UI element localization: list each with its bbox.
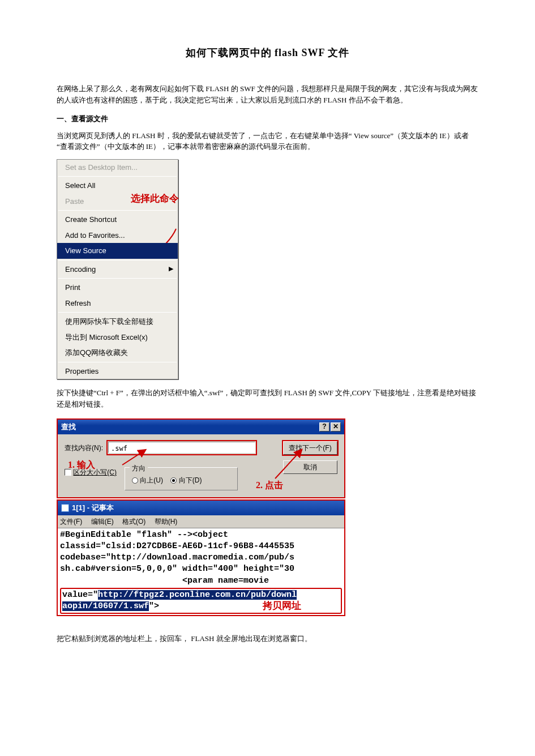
ctx-set-desktop[interactable]: Set as Desktop Item... (57, 160, 178, 176)
direction-up-radio[interactable] (132, 477, 138, 484)
code-line: classid="clsid:D27CDB6E-AE6D-11cf-96B8-4… (60, 541, 294, 551)
menu-edit[interactable]: 编辑(E) (91, 518, 114, 526)
code-line: #BeginEditable "flash" --><object (60, 530, 228, 540)
annotation-click: 2. 点击 (256, 479, 283, 492)
ctx-paste-label: Paste (65, 197, 84, 206)
ctx-paste[interactable]: Paste 选择此命令 (57, 194, 178, 210)
code-suffix: "> (149, 601, 159, 611)
separator (58, 312, 177, 313)
menu-help[interactable]: 帮助(H) (155, 518, 178, 526)
notepad-titlebar: 1[1] - 记事本 (58, 501, 344, 515)
direction-up-label: 向上(U) (140, 476, 163, 484)
ctx-encoding-label: Encoding (65, 265, 96, 274)
find-input-highlight: .swf (106, 440, 257, 456)
separator (58, 176, 177, 177)
find-label: 查找内容(N): (65, 443, 103, 453)
annotation-choose-command: 选择此命令 (131, 191, 179, 206)
ctx-add-favorites-label: Add to Favorites... (65, 231, 125, 240)
ctx-properties[interactable]: Properties (57, 364, 178, 379)
ctx-flashget-download[interactable]: 使用网际快车下载全部链接 (57, 314, 178, 330)
separator (58, 278, 177, 279)
paragraph-intro: 在网络上呆了那么久，老有网友问起如何下载 FLASH 的 SWF 文件的问题，我… (57, 83, 478, 105)
ctx-add-favorites[interactable]: Add to Favorites... (57, 228, 178, 244)
section-heading-1: 一、查看源文件 (57, 113, 478, 125)
submenu-arrow-icon: ▶ (169, 264, 173, 274)
find-dialog-title: 查找 (61, 421, 76, 433)
highlighted-url-row: value="http://ftpgz2.pconline.com.cn/pub… (60, 588, 342, 614)
menu-format[interactable]: 格式(O) (122, 518, 145, 526)
notepad-window: 1[1] - 记事本 文件(F) 编辑(E) 格式(O) 帮助(H) #Begi… (57, 499, 345, 616)
selected-url-part1: http://ftpgz2.pconline.com.cn/pub/downl (98, 590, 297, 600)
separator (58, 210, 177, 211)
notepad-menubar: 文件(F) 编辑(E) 格式(O) 帮助(H) (58, 515, 344, 528)
document-title: 如何下载网页中的 flash SWF 文件 (57, 45, 478, 61)
find-input[interactable]: .swf (108, 442, 255, 453)
separator (58, 362, 177, 362)
ctx-refresh[interactable]: Refresh (57, 296, 178, 311)
code-line: codebase="http://download.macromedia.com… (60, 553, 294, 562)
menu-file[interactable]: 文件(F) (60, 518, 82, 526)
notepad-icon (61, 504, 69, 512)
code-line: sh.cab#version=5,0,0,0" width="400" heig… (60, 564, 294, 574)
annotation-copy-url: 拷贝网址 (263, 600, 301, 613)
code-prefix: value=" (62, 590, 98, 600)
code-line: <param name=movie (60, 576, 269, 586)
direction-down-label: 向下(D) (179, 476, 202, 484)
annotation-input: 1. 输入 (68, 458, 95, 472)
paragraph-paste-url: 把它粘贴到浏览器的地址栏上，按回车， FLASH 就全屏地出现在浏览器窗口。 (57, 633, 478, 644)
help-button[interactable]: ? (319, 422, 329, 432)
selected-url-part2: aopin/10607/1.swf (62, 601, 149, 611)
context-menu: Set as Desktop Item... Select All Paste … (57, 159, 178, 380)
ctx-create-shortcut-label: Create Shortcut (65, 215, 117, 224)
ctx-export-excel[interactable]: 导出到 Microsoft Excel(x) (57, 330, 178, 345)
close-button[interactable]: ✕ (331, 422, 341, 432)
paragraph-ctrl-f: 按下快捷键“Ctrl + F”，在弹出的对话框中输入“.swf”，确定即可查找到… (57, 387, 478, 409)
direction-down-radio[interactable] (170, 477, 177, 484)
find-dialog: 查找 ? ✕ 查找内容(N): .swf 查找下一个(F) 1. 输入 (57, 418, 345, 498)
direction-groupbox: 方向 向上(U) 向下(D) (125, 467, 238, 491)
notepad-body[interactable]: #BeginEditable "flash" --><object classi… (58, 528, 344, 616)
direction-label: 方向 (130, 463, 148, 473)
ctx-add-qq-bookmark[interactable]: 添加QQ网络收藏夹 (57, 345, 178, 361)
ctx-encoding[interactable]: Encoding ▶ (57, 262, 178, 277)
separator (58, 260, 177, 260)
ctx-select-all-label: Select All (65, 181, 95, 190)
ctx-create-shortcut[interactable]: Create Shortcut (57, 212, 178, 228)
find-dialog-titlebar: 查找 ? ✕ (58, 420, 344, 434)
ctx-print[interactable]: Print (57, 280, 178, 296)
paragraph-view-source: 当浏览网页见到诱人的 FLASH 时，我的爱鼠右键就受苦了，一点击它，在右键菜单… (57, 130, 478, 152)
ctx-view-source[interactable]: View Source (57, 243, 178, 259)
notepad-title: 1[1] - 记事本 (72, 502, 114, 514)
